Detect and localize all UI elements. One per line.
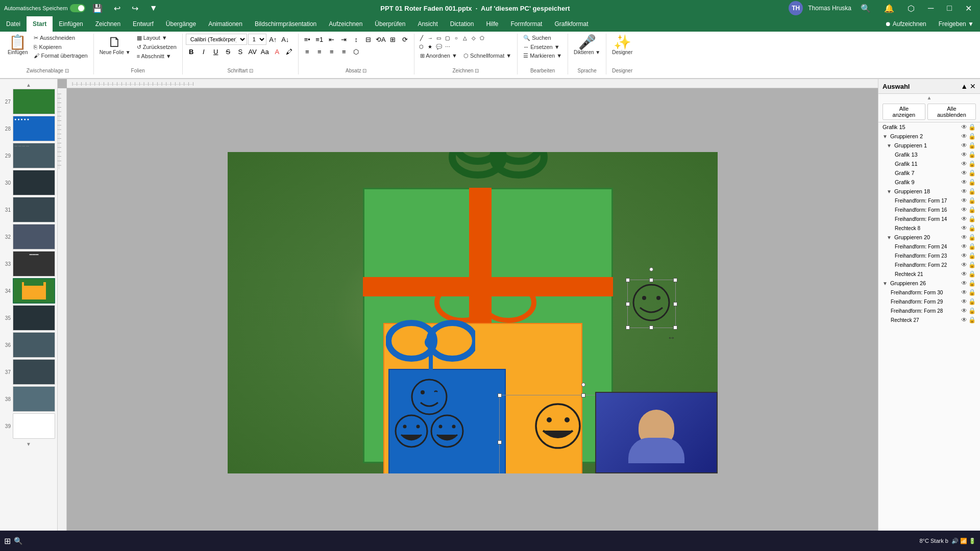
visibility-icon[interactable]: 👁 <box>961 243 967 250</box>
visibility-icon[interactable]: 👁 <box>961 261 967 268</box>
visibility-icon[interactable]: 👁 <box>961 316 967 323</box>
font-size-up-button[interactable]: A↑ <box>267 34 279 45</box>
visibility-icon[interactable]: 👁 <box>961 307 967 314</box>
slide-thumb-29[interactable]: 29 — — — — <box>2 143 55 168</box>
share-button[interactable]: ⬡ <box>903 3 919 14</box>
tab-entwurf[interactable]: Entwurf <box>127 16 160 32</box>
tab-formformat[interactable]: Formformat <box>504 16 548 32</box>
tree-freihand24[interactable]: Freihandform: Form 24 👁 🔒 <box>878 242 980 251</box>
designer-button[interactable]: ✨ Designer <box>609 34 635 57</box>
tree-gruppieren18[interactable]: ▼ Gruppieren 18 👁 🔒 <box>878 187 980 196</box>
slide-thumb-32[interactable]: 32 <box>2 224 55 249</box>
tree-rechteck21[interactable]: Rechteck 21 👁 🔒 <box>878 269 980 279</box>
align-right-button[interactable]: ≡ <box>326 46 337 57</box>
maximize-button[interactable]: □ <box>943 3 956 14</box>
lock-icon[interactable]: 🔒 <box>968 298 976 305</box>
tree-gruppieren20[interactable]: ▼ Gruppieren 20 👁 🔒 <box>878 233 980 242</box>
tab-start[interactable]: Start <box>27 16 53 32</box>
handle-bc[interactable] <box>649 325 653 330</box>
tree-freihand17[interactable]: Freihandform: Form 17 👁 🔒 <box>878 196 980 205</box>
font-color-button[interactable]: A <box>272 46 283 57</box>
lock-icon[interactable]: 🔒 <box>968 142 976 149</box>
tree-grafik9[interactable]: Grafik 9 👁 🔒 <box>878 178 980 187</box>
align-left-button[interactable]: ≡ <box>302 46 313 57</box>
tree-grafik7[interactable]: Grafik 7 👁 🔒 <box>878 168 980 178</box>
visibility-icon[interactable]: 👁 <box>961 270 967 278</box>
align-center-button[interactable]: ≡ <box>314 46 325 57</box>
lock-icon[interactable]: 🔒 <box>968 206 976 213</box>
panel-expand-button[interactable]: ▲ <box>961 82 968 90</box>
einfuegen-button[interactable]: 📋 Einfügen <box>5 34 30 57</box>
visibility-icon[interactable]: 👁 <box>961 133 967 140</box>
text-direction-button[interactable]: ⟲A <box>375 34 386 45</box>
tree-gruppieren2[interactable]: ▼ Gruppieren 2 👁 🔒 <box>878 132 980 141</box>
close-button[interactable]: ✕ <box>961 3 976 14</box>
shape-rect[interactable]: ▭ <box>435 34 443 42</box>
slide-thumb-28[interactable]: 28 ● ● ● ● ● <box>2 116 55 141</box>
smartart-button[interactable]: ⟳ <box>400 34 411 45</box>
lock-icon[interactable]: 🔒 <box>968 307 976 314</box>
neue-folie-button[interactable]: 🗋 Neue Folie ▼ <box>97 34 133 57</box>
diktieren-button[interactable]: 🎤 Diktieren ▼ <box>571 34 603 57</box>
line-spacing-button[interactable]: ↕ <box>351 34 362 45</box>
tab-einfuegen[interactable]: Einfügen <box>53 16 89 32</box>
numbering-button[interactable]: ≡1 <box>314 34 325 45</box>
redo-button[interactable]: ↪ <box>128 3 142 14</box>
underline-button[interactable]: U <box>210 46 222 57</box>
tree-freihand30[interactable]: Freihandform: Form 30 👁 🔒 <box>878 288 980 297</box>
ribbon-display-button[interactable]: 🔔 <box>880 3 898 14</box>
italic-button[interactable]: I <box>198 46 209 57</box>
tab-aufzeichnen[interactable]: Aufzeichnen <box>323 16 369 32</box>
visibility-icon[interactable]: 👁 <box>961 169 967 177</box>
bold-button[interactable]: B <box>186 46 197 57</box>
slide-panel[interactable]: ▲ 27 28 ● ● ● ● ● 29 — — — — 30 31 32 <box>0 79 58 537</box>
handle-group-ml[interactable] <box>498 440 502 444</box>
visibility-icon[interactable]: 👁 <box>961 197 967 204</box>
lock-icon[interactable]: 🔒 <box>968 123 976 131</box>
tab-ueberpruefen[interactable]: Überprüfen <box>369 16 411 32</box>
tab-bildschirm[interactable]: Bildschirmpräsentation <box>249 16 323 32</box>
visibility-icon[interactable]: 👁 <box>961 224 967 232</box>
slide-thumb-31[interactable]: 31 <box>2 197 55 222</box>
visibility-icon[interactable]: 👁 <box>961 280 967 287</box>
shape-callout[interactable]: 💬 <box>435 42 443 51</box>
layout-button[interactable]: ▦ Layout ▼ <box>134 34 179 42</box>
lock-icon[interactable]: 🔒 <box>968 160 976 167</box>
indent-more-button[interactable]: ⇥ <box>338 34 350 45</box>
tab-animationen[interactable]: Animationen <box>202 16 249 32</box>
save-button[interactable]: 💾 <box>88 3 107 14</box>
visibility-icon[interactable]: 👁 <box>961 123 967 131</box>
tree-freihand16[interactable]: Freihandform: Form 16 👁 🔒 <box>878 205 980 214</box>
handle-bl[interactable] <box>626 325 630 330</box>
lock-icon[interactable]: 🔒 <box>968 261 976 268</box>
lock-icon[interactable]: 🔒 <box>968 179 976 186</box>
visibility-icon[interactable]: 👁 <box>961 142 967 149</box>
tree-gruppieren1[interactable]: ▼ Gruppieren 1 👁 🔒 <box>878 141 980 150</box>
handle-tr[interactable] <box>673 278 677 282</box>
visibility-icon[interactable]: 👁 <box>961 234 967 241</box>
lock-icon[interactable]: 🔒 <box>968 133 976 140</box>
shape-rhombus[interactable]: ◇ <box>470 34 478 42</box>
alle-anzeigen-button[interactable]: Alle anzeigen <box>883 104 925 120</box>
anordnen-button[interactable]: ⊞ Anordnen ▼ <box>418 52 460 60</box>
lock-icon[interactable]: 🔒 <box>968 151 976 158</box>
handle-br[interactable] <box>673 325 677 330</box>
highlight-button[interactable]: 🖍 <box>284 46 295 57</box>
tab-dictation[interactable]: Dictation <box>444 16 480 32</box>
abschnitt-button[interactable]: ≡ Abschnitt ▼ <box>134 52 179 60</box>
tree-gruppieren26[interactable]: ▼ Gruppieren 26 👁 🔒 <box>878 279 980 288</box>
tree-freihand29[interactable]: Freihandform: Form 29 👁 🔒 <box>878 297 980 306</box>
start-button[interactable]: ⊞ <box>4 536 11 546</box>
markieren-button[interactable]: ☰ Markieren ▼ <box>521 52 565 60</box>
customize-qat-button[interactable]: ▼ <box>145 3 162 14</box>
shadow-button[interactable]: S <box>235 46 246 57</box>
panel-scroll-up[interactable]: ▲ <box>878 94 980 102</box>
shape-rrect[interactable]: ▢ <box>444 34 452 42</box>
handle-tc[interactable] <box>649 278 653 282</box>
tree-rechteck8[interactable]: Rechteck 8 👁 🔒 <box>878 223 980 233</box>
tab-aufzeichnen-btn[interactable]: ⏺ Aufzeichnen <box>879 16 933 32</box>
shape-hexagon[interactable]: ⬡ <box>418 42 426 51</box>
ersetzen-button[interactable]: ↔ Ersetzen ▼ <box>521 43 565 51</box>
font-family-select[interactable]: Calibri (Textkörper) <box>186 34 247 45</box>
tree-freihand23[interactable]: Freihandform: Form 23 👁 🔒 <box>878 251 980 260</box>
